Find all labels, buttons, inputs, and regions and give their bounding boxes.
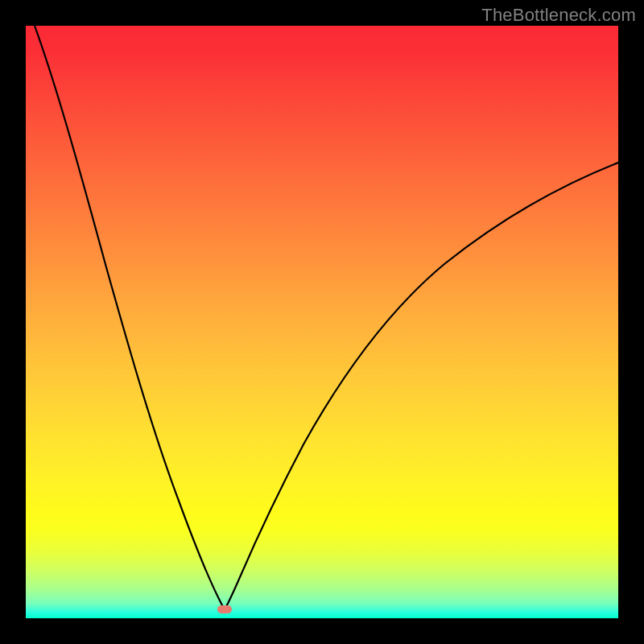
- minimum-marker: [217, 605, 232, 613]
- curve-right-branch: [225, 163, 618, 609]
- watermark-text: TheBottleneck.com: [481, 5, 636, 26]
- bottleneck-curve: [26, 26, 618, 618]
- chart-frame: TheBottleneck.com: [0, 0, 644, 644]
- curve-left-branch: [35, 26, 225, 609]
- plot-area: [26, 26, 618, 618]
